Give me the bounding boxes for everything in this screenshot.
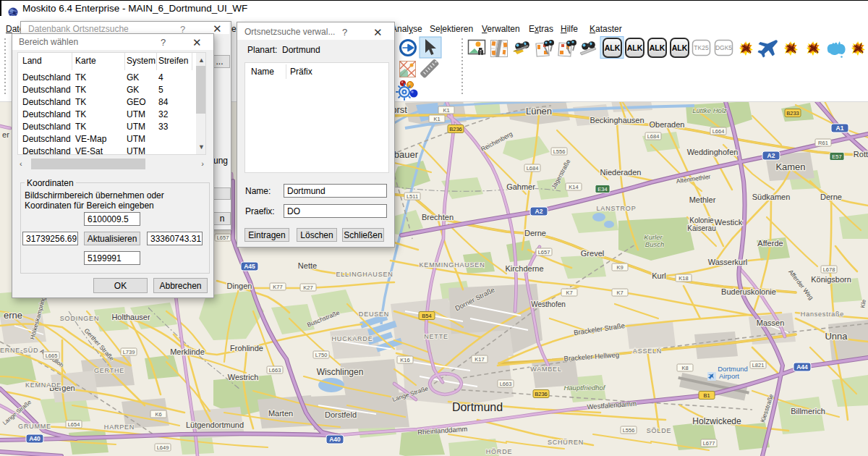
svg-text:HERNE-SÜD: HERNE-SÜD [0,347,38,354]
svg-text:K1: K1 [443,107,449,114]
svg-text:A2: A2 [535,208,543,215]
svg-text:L677: L677 [703,440,715,447]
svg-text:Billmerich: Billmerich [791,407,825,415]
svg-text:L684: L684 [527,165,539,172]
svg-text:erne: erne [4,310,22,321]
svg-text:Dingen: Dingen [227,282,252,290]
svg-text:GRUMME: GRUMME [18,423,51,430]
svg-text:Kurl: Kurl [652,271,666,280]
svg-text:Merklinde: Merklinde [170,347,205,356]
svg-text:L654: L654 [68,421,80,428]
svg-text:K1: K1 [433,116,440,122]
svg-text:Grevel: Grevel [581,249,604,258]
svg-text:A40: A40 [29,435,41,442]
svg-text:K16: K16 [400,357,409,363]
svg-text:Afferde: Afferde [757,239,783,248]
svg-text:K17: K17 [475,356,484,363]
svg-text:L750: L750 [315,352,328,358]
svg-text:Westick: Westick [715,218,743,227]
svg-text:L663: L663 [500,381,512,387]
svg-text:Gahmer: Gahmer [506,182,535,191]
svg-text:K6: K6 [155,411,161,418]
svg-text:Airport: Airport [719,372,739,380]
svg-text:A2: A2 [767,152,775,159]
svg-text:Südkamen: Südkamen [752,193,791,201]
svg-text:Kirchderne: Kirchderne [505,264,543,273]
svg-text:er: er [2,130,9,139]
svg-text:L821: L821 [752,362,765,368]
svg-text:SODINGEN: SODINGEN [60,315,99,322]
svg-text:L657: L657 [538,249,550,256]
svg-text:Frohlinde: Frohlinde [230,344,263,352]
svg-text:L663: L663 [269,367,281,373]
svg-text:HÖRDE: HÖRDE [486,448,513,455]
svg-text:Holthauser: Holthauser [111,313,150,321]
svg-text:K77: K77 [273,284,282,290]
svg-text:Marten: Marten [268,409,293,418]
svg-text:HUCKARDE: HUCKARDE [332,335,373,342]
svg-text:Niederaden: Niederaden [600,168,642,177]
svg-text:NETTE: NETTE [424,333,448,340]
svg-text:Wischlingen: Wischlingen [317,367,364,377]
svg-text:SÖLDE: SÖLDE [647,427,672,434]
svg-text:GERTHE: GERTHE [94,367,124,374]
svg-text:Derne: Derne [524,229,546,237]
svg-text:Brechten: Brechten [422,213,454,221]
svg-text:Lünen: Lünen [526,106,552,117]
svg-text:A45: A45 [244,263,255,270]
svg-text:Derne: Derne [820,193,842,201]
svg-text:ALK: ALK [605,43,621,52]
svg-text:Lüttke Holz: Lüttke Holz [692,106,727,114]
svg-text:Hansestraße: Hansestraße [801,311,844,318]
svg-text:Massen: Massen [757,318,785,327]
svg-text:K9: K9 [616,264,623,271]
svg-text:DGK5: DGK5 [715,44,732,51]
svg-text:A40: A40 [329,436,341,443]
svg-text:ELLINGHAUSEN: ELLINGHAUSEN [336,271,393,278]
svg-text:B236: B236 [535,391,548,397]
svg-text:L649: L649 [157,444,169,451]
svg-text:Lütgendortmund: Lütgendortmund [186,421,244,429]
svg-text:SCHÜREN: SCHÜREN [548,439,584,446]
svg-text:WAMBEL: WAMBEL [530,366,561,373]
svg-text:KEMNADE: KEMNADE [25,381,61,389]
svg-text:L739: L739 [123,349,135,355]
svg-text:K27: K27 [303,284,312,291]
svg-text:L511: L511 [407,193,418,200]
svg-text:DEUSEN: DEUSEN [359,311,389,318]
svg-text:Weddinghofen: Weddinghofen [687,148,739,156]
svg-text:LANSTROP: LANSTROP [597,205,637,212]
svg-text:KEMMINGHAUSEN: KEMMINGHAUSEN [420,261,485,269]
svg-text:L556: L556 [553,148,566,155]
svg-text:K7: K7 [616,290,623,296]
svg-text:Holzwickede: Holzwickede [692,416,741,426]
svg-text:Wasserkurl: Wasserkurl [708,258,748,266]
svg-text:Oberaden: Oberaden [650,120,685,129]
svg-text:Buderuskolonie: Buderuskolonie [721,287,776,296]
svg-text:K14: K14 [569,184,578,190]
svg-text:A44: A44 [796,363,808,371]
svg-text:Königsborn: Königsborn [811,275,851,284]
svg-text:R61: R61 [818,140,828,146]
svg-text:B1: B1 [703,392,710,399]
svg-text:L556: L556 [623,427,635,434]
svg-text:K8: K8 [681,365,688,371]
svg-text:L684: L684 [647,133,660,140]
svg-text:Kamen: Kamen [775,161,805,172]
svg-text:E57: E57 [832,153,841,160]
svg-text:Busch: Busch [645,240,664,248]
svg-text:Unna: Unna [825,331,848,342]
svg-text:B233: B233 [786,110,799,117]
svg-text:Hauptfriedhof: Hauptfriedhof [563,384,605,392]
svg-text:Dorstfeld: Dorstfeld [325,410,357,419]
svg-text:B54: B54 [422,313,431,319]
svg-text:Kolonie: Kolonie [689,216,714,224]
svg-text:L665: L665 [46,352,58,359]
svg-text:K18: K18 [678,275,688,282]
svg-text:ASSELN: ASSELN [633,347,662,355]
svg-text:ALK: ALK [650,43,665,52]
svg-text:Methler: Methler [689,195,716,204]
svg-text:Rottu: Rottu [854,150,868,159]
svg-text:TK25: TK25 [694,44,709,51]
svg-text:Westrich: Westrich [228,373,259,381]
